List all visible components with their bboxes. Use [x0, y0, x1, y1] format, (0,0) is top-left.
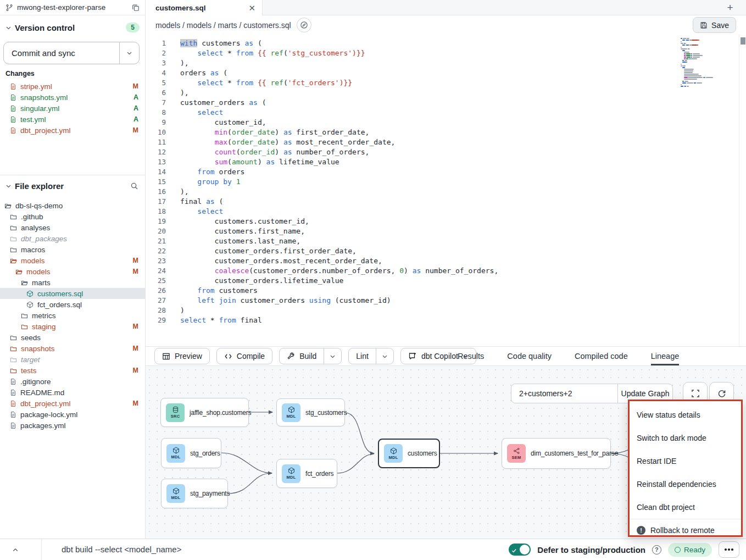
code-line-6[interactable]: 6),	[146, 88, 498, 98]
copy-icon[interactable]	[132, 4, 140, 12]
tree-item-fct_orders.sql[interactable]: fct_orders.sql	[0, 299, 145, 310]
tab-customers-sql[interactable]: customers.sql ✕	[146, 0, 263, 15]
tree-item-target[interactable]: target	[0, 354, 145, 365]
code-line-25[interactable]: 25 customer_orders.lifetime_value	[146, 276, 498, 286]
build-button[interactable]: Build	[279, 348, 342, 364]
tab-code-quality[interactable]: Code quality	[507, 347, 552, 365]
tree-item-marts[interactable]: marts	[0, 277, 145, 288]
code-line-29[interactable]: 29select * from final	[146, 315, 498, 325]
tree-item-customers.sql[interactable]: customers.sql	[0, 288, 145, 299]
command-input[interactable]: dbt build --select <model_name>	[62, 545, 181, 554]
code-line-5[interactable]: 5 select * from {{ ref('fct_orders')}}	[146, 78, 498, 88]
tree-item-.github[interactable]: .github	[0, 211, 145, 222]
tab-compiled-code[interactable]: Compiled code	[575, 347, 628, 365]
code-line-28[interactable]: 28)	[146, 306, 498, 315]
minimap[interactable]	[680, 38, 732, 104]
code-line-22[interactable]: 22 customer_orders.first_order_date,	[146, 246, 498, 256]
editor-scrollbar[interactable]	[739, 35, 746, 346]
search-icon[interactable]	[130, 182, 138, 190]
tab-lineage[interactable]: Lineage	[651, 347, 680, 365]
more-options-button[interactable]	[719, 541, 739, 558]
scrollbar-thumb[interactable]	[741, 37, 745, 45]
menu-item-view-status-details[interactable]: View status details	[630, 403, 741, 426]
code-line-2[interactable]: 2 select * from {{ ref('stg_customers')}…	[146, 48, 498, 58]
tree-item-models[interactable]: modelsM	[0, 266, 145, 277]
defer-toggle[interactable]	[509, 544, 531, 556]
compile-button[interactable]: Compile	[216, 348, 272, 364]
tree-item-analyses[interactable]: analyses	[0, 222, 145, 233]
code-line-17[interactable]: 17final as (	[146, 197, 498, 207]
code-line-12[interactable]: 12 count(order_id) as number_of_orders,	[146, 147, 498, 157]
lineage-node-stg_orders[interactable]: MDLstg_orders	[161, 438, 221, 468]
lineage-node-fct_orders[interactable]: MDLfct_orders	[276, 459, 337, 488]
code-line-20[interactable]: 20 customers.first_name,	[146, 226, 498, 236]
code-line-21[interactable]: 21 customers.last_name,	[146, 236, 498, 246]
lineage-node-customers[interactable]: MDLcustomers	[378, 439, 440, 468]
menu-item-reinstall-dependencies[interactable]: Reinstall dependencies	[630, 473, 741, 496]
tree-item-README.md[interactable]: README.md	[0, 387, 145, 398]
code-line-1[interactable]: 1with customers as (	[146, 38, 498, 48]
code-editor[interactable]: 1with customers as (2 select * from {{ r…	[146, 35, 746, 346]
help-icon[interactable]: ?	[652, 545, 661, 555]
tree-item-db-sl-qs-demo[interactable]: db-sl-qs-demo	[0, 200, 145, 211]
lineage-node-stg_customers[interactable]: MDLstg_customers	[276, 398, 345, 426]
menu-item-switch-to-dark-mode[interactable]: Switch to dark mode	[630, 426, 741, 450]
code-line-23[interactable]: 23 customer_orders.most_recent_order_dat…	[146, 256, 498, 266]
tree-item-models[interactable]: modelsM	[0, 255, 145, 266]
preview-button[interactable]: Preview	[154, 348, 210, 364]
code-line-7[interactable]: 7customer_orders as (	[146, 98, 498, 108]
code-line-16[interactable]: 16),	[146, 187, 498, 197]
tree-item-macros[interactable]: macros	[0, 244, 145, 255]
compass-icon[interactable]	[297, 18, 311, 32]
changed-file-stripe.yml[interactable]: stripe.ymlM	[0, 81, 145, 92]
close-icon[interactable]: ✕	[248, 4, 255, 12]
tree-item-staging[interactable]: stagingM	[0, 321, 145, 332]
menu-item-clean-dbt-project[interactable]: Clean dbt project	[630, 496, 741, 519]
chevron-up-icon[interactable]	[9, 544, 22, 557]
menu-item-restart-ide[interactable]: Restart IDE	[630, 450, 741, 473]
code-line-18[interactable]: 18 select	[146, 207, 498, 217]
tree-item-dbt_project.yml[interactable]: dbt_project.ymlM	[0, 398, 145, 409]
lineage-node-stg_payments[interactable]: MDLstg_payments	[161, 479, 228, 508]
code-line-14[interactable]: 14 from orders	[146, 167, 498, 177]
code-line-8[interactable]: 8 select	[146, 108, 498, 118]
code-line-19[interactable]: 19 customers.customer_id,	[146, 217, 498, 226]
tree-item-.gitignore[interactable]: .gitignore	[0, 376, 145, 387]
lineage-node-dim_customers_test_for_parse[interactable]: SEMdim_customers_test_for_parse	[502, 438, 611, 469]
changed-file-singular.yml[interactable]: singular.ymlA	[0, 103, 145, 114]
code-line-11[interactable]: 11 max(order_date) as most_recent_order_…	[146, 137, 498, 147]
tree-item-dbt_packages[interactable]: dbt_packages	[0, 233, 145, 244]
commit-and-sync-button[interactable]: Commit and sync	[3, 42, 140, 64]
code-line-27[interactable]: 27 left join customer_orders using (cust…	[146, 296, 498, 306]
graph-search-input[interactable]: 2+customers+2	[511, 384, 617, 403]
dropdown-chevron[interactable]	[324, 348, 341, 364]
tab-results[interactable]: Results	[458, 347, 484, 365]
tree-item-metrics[interactable]: metrics	[0, 310, 145, 321]
menu-item-rollback-to-remote[interactable]: !Rollback to remote	[630, 519, 741, 541]
code-line-4[interactable]: 4orders as (	[146, 68, 498, 78]
changed-file-dbt_project.yml[interactable]: dbt_project.ymlM	[0, 125, 145, 136]
changed-file-test.yml[interactable]: test.ymlA	[0, 114, 145, 125]
tree-item-snapshots[interactable]: snapshotsM	[0, 343, 145, 354]
lineage-node-jaffle_shop.customers[interactable]: SRCjaffle_shop.customers	[160, 398, 249, 427]
code-line-10[interactable]: 10 min(order_date) as first_order_date,	[146, 127, 498, 137]
tree-item-tests[interactable]: testsM	[0, 365, 145, 376]
version-control-header[interactable]: Version control 5	[0, 21, 145, 34]
new-tab-button[interactable]: +	[722, 1, 738, 15]
tree-item-packages.yml[interactable]: packages.yml	[0, 420, 145, 431]
code-line-24[interactable]: 24 coalesce(customer_orders.number_of_or…	[146, 266, 498, 276]
tree-item-package-lock.yml[interactable]: package-lock.yml	[0, 409, 145, 420]
tree-item-seeds[interactable]: seeds	[0, 332, 145, 343]
code-line-15[interactable]: 15 group by 1	[146, 177, 498, 187]
save-button[interactable]: Save	[693, 17, 736, 33]
code-line-13[interactable]: 13 sum(amount) as lifetime_value	[146, 157, 498, 167]
file-explorer-header[interactable]: File explorer	[0, 179, 145, 192]
commit-options-chevron[interactable]	[119, 42, 139, 64]
changed-file-snapshots.yml[interactable]: snapshots.ymlA	[0, 92, 145, 103]
dropdown-chevron[interactable]	[376, 348, 393, 364]
code-line-26[interactable]: 26 from customers	[146, 286, 498, 296]
status-badge[interactable]: Ready	[668, 543, 712, 557]
lint-button[interactable]: Lint	[348, 348, 394, 364]
code-line-3[interactable]: 3),	[146, 58, 498, 68]
code-line-9[interactable]: 9 customer_id,	[146, 118, 498, 127]
